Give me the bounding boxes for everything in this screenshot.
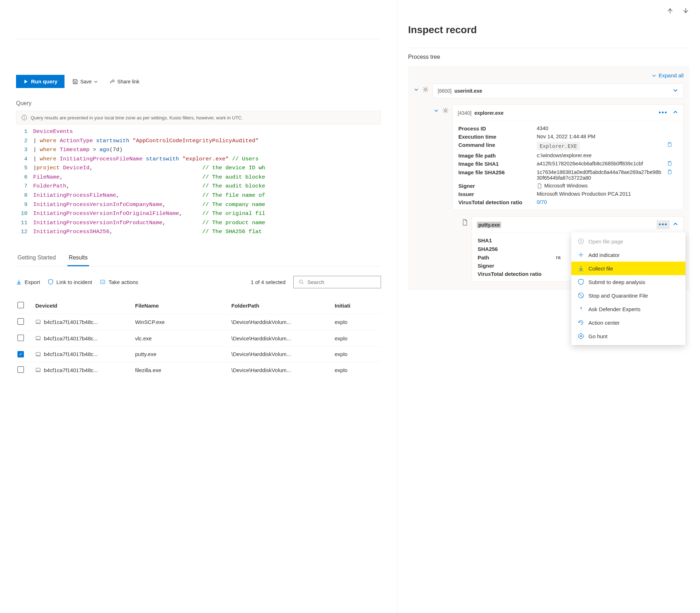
device-link[interactable]: b4cf1ca7f14017b48c... (44, 351, 98, 357)
kv-key: Signer (478, 263, 552, 269)
kv-value: Microsoft Windows Production PCA 2011 (537, 191, 663, 197)
svg-point-4 (299, 280, 303, 283)
svg-point-11 (444, 109, 447, 112)
kv-key: SHA1 (478, 237, 552, 243)
col-initiating[interactable]: Initiati (335, 303, 377, 309)
link-incident-button[interactable]: Link to incident (48, 279, 92, 285)
panel-title: Inspect record (408, 24, 689, 36)
ctx-ask-experts[interactable]: Ask Defender Experts (571, 302, 685, 316)
initiating-cell: explo (335, 335, 377, 341)
kv-key: Issuer (458, 191, 533, 197)
chevron-down-icon (94, 79, 98, 84)
row-checkbox[interactable] (17, 351, 24, 357)
device-link[interactable]: b4cf1ca7f14017b48c... (44, 367, 98, 373)
expand-all-button[interactable]: Expand all (414, 72, 684, 78)
take-actions-button[interactable]: Take actions (100, 279, 138, 285)
filename-cell: vlc.exe (135, 335, 231, 341)
kv-key: Signer (458, 183, 533, 189)
svg-rect-9 (36, 368, 40, 371)
query-editor[interactable]: 1DeviceEvents2| where ActionType startsw… (16, 127, 381, 237)
tab-results[interactable]: Results (67, 251, 89, 266)
tree-toggle[interactable] (434, 108, 439, 114)
file-icon (462, 219, 468, 227)
query-section-label: Query (16, 100, 381, 107)
folderpath-cell: \Device\HarddiskVolum... (231, 351, 335, 357)
table-row[interactable]: b4cf1ca7f14017b48c...filezilla.exe\Devic… (16, 362, 381, 378)
run-query-button[interactable]: Run query (16, 75, 65, 88)
kv-key: Image file SHA256 (458, 169, 533, 175)
question-icon (578, 306, 584, 312)
col-folderpath[interactable]: FolderPath (231, 303, 335, 309)
node-more-button[interactable]: ••• (657, 220, 670, 229)
tree-node-putty[interactable]: putty.exe ••• SHA1 SHA256 Pathra Signer (472, 216, 684, 282)
col-filename[interactable]: FileName (135, 303, 231, 309)
row-checkbox[interactable] (17, 366, 24, 373)
select-all-checkbox[interactable] (17, 302, 24, 308)
save-button[interactable]: Save (69, 77, 102, 87)
kv-value: a412fc51782026e4cb6afb8c2685b0ff839c1cbf (537, 161, 663, 166)
node-more-button[interactable]: ••• (657, 108, 670, 117)
results-table: DeviceId FileName FolderPath Initiati b4… (16, 298, 381, 378)
ctx-go-hunt[interactable]: Go hunt (571, 329, 685, 343)
run-query-label: Run query (31, 78, 57, 84)
shield-icon (48, 279, 53, 285)
result-tabs: Getting Started Results (16, 251, 381, 267)
search-input[interactable] (307, 279, 376, 285)
collapse-icon[interactable] (673, 109, 678, 116)
copy-icon[interactable] (667, 161, 672, 166)
svg-point-2 (24, 116, 25, 117)
col-deviceid[interactable]: DeviceId (35, 303, 135, 309)
svg-rect-14 (668, 171, 671, 174)
svg-rect-6 (36, 320, 40, 323)
next-record-icon[interactable] (682, 7, 689, 14)
svg-rect-12 (668, 143, 671, 146)
inspect-panel: Inspect record Process tree Expand all [… (397, 0, 700, 613)
row-checkbox[interactable] (17, 335, 24, 341)
ctx-stop-quarantine[interactable]: Stop and Quarantine File (571, 289, 685, 302)
device-link[interactable]: b4cf1ca7f14017b48c... (44, 319, 98, 325)
prev-record-icon[interactable] (666, 7, 674, 14)
collapse-icon[interactable] (673, 221, 678, 228)
query-toolbar: Run query Save Share link (16, 75, 381, 88)
kv-value: 4340 (537, 125, 663, 131)
search-box[interactable] (293, 276, 381, 288)
table-row[interactable]: b4cf1ca7f14017b48c...WinSCP.exe\Device\H… (16, 314, 381, 330)
export-button[interactable]: Export (16, 279, 40, 285)
kv-value: Nov 14, 2022 1:44:48 PM (537, 134, 663, 139)
svg-point-21 (580, 335, 582, 337)
copy-icon[interactable] (667, 142, 672, 147)
info-icon (21, 115, 27, 120)
node-pid: [6600] (438, 88, 452, 94)
node-pid: [4340] (458, 110, 472, 116)
tree-node-explorer[interactable]: [4340] explorer.exe ••• Process ID4340 E… (452, 104, 684, 210)
table-row[interactable]: b4cf1ca7f14017b48c...vlc.exe\Device\Hard… (16, 330, 381, 346)
share-icon (109, 79, 115, 84)
table-row[interactable]: b4cf1ca7f14017b48c...putty.exe\Device\Ha… (16, 346, 381, 362)
kv-value: 1c7634e186381a0ed0f5abdc8a44a78ae269a27b… (537, 169, 663, 181)
ctx-deep-analysis[interactable]: Submit to deep analysis (571, 275, 685, 289)
collapse-icon[interactable] (673, 87, 678, 94)
row-checkbox[interactable] (17, 318, 24, 325)
device-link[interactable]: b4cf1ca7f14017b48c... (44, 335, 98, 341)
virustotal-link[interactable]: 0/70 (537, 199, 663, 205)
svg-rect-3 (101, 280, 105, 284)
ctx-collect-file[interactable]: Collect file (571, 262, 685, 275)
kv-key: Command line (458, 142, 533, 148)
shield-icon (578, 279, 584, 285)
copy-icon[interactable] (667, 169, 672, 175)
ctx-add-indicator[interactable]: Add indicator (571, 248, 685, 262)
tab-getting-started[interactable]: Getting Started (16, 251, 57, 266)
save-icon (72, 79, 78, 84)
ctx-action-center[interactable]: Action center (571, 316, 685, 329)
ctx-open-file-page[interactable]: Open file page (571, 235, 685, 248)
node-name: userinit.exe (454, 88, 482, 94)
kv-key: SHA256 (478, 246, 552, 252)
tree-toggle[interactable] (414, 87, 419, 93)
share-link-button[interactable]: Share link (106, 77, 143, 87)
gear-icon (422, 86, 429, 94)
tree-node-userinit[interactable]: [6600] userinit.exe (432, 83, 684, 98)
kv-key: Execution time (458, 134, 533, 140)
selection-summary: 1 of 4 selected (251, 279, 285, 285)
filename-cell: WinSCP.exe (135, 319, 231, 325)
kv-key: Image file path (458, 153, 533, 159)
